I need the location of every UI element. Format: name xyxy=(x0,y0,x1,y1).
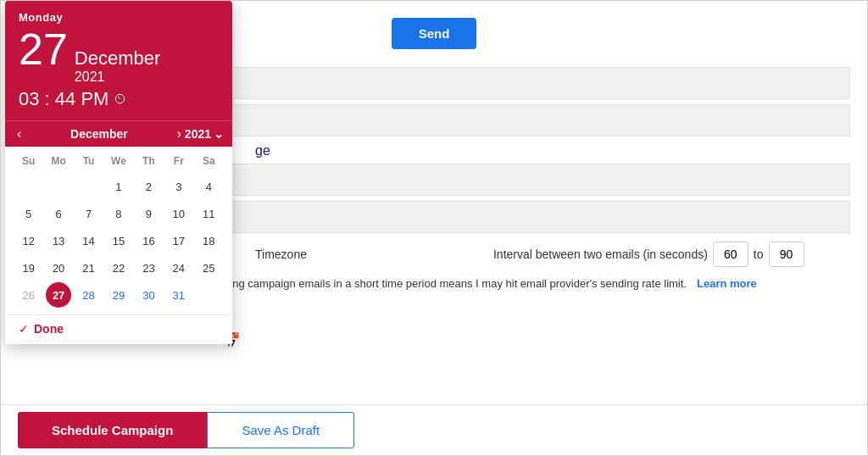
nav-month-label: December xyxy=(25,127,173,141)
interval-to-input[interactable] xyxy=(769,242,804,267)
done-check-icon: ✓ xyxy=(19,322,29,336)
day-29[interactable]: 29 xyxy=(106,282,131,308)
day-8[interactable]: 8 xyxy=(106,201,131,226)
calendar-day-name: Monday xyxy=(19,11,219,24)
day-27[interactable]: 27 xyxy=(46,282,71,308)
calendar-nav: ‹ December › 2021 ⌄ xyxy=(5,120,232,147)
save-draft-button[interactable]: Save As Draft xyxy=(207,412,354,448)
day-31[interactable]: 31 xyxy=(166,282,192,308)
clock-icon: ⏲ xyxy=(114,92,127,107)
calendar-month: December xyxy=(75,47,160,70)
day-13[interactable]: 13 xyxy=(46,228,71,253)
section-label: ge xyxy=(255,143,850,158)
day-10[interactable]: 10 xyxy=(166,201,192,226)
calendar-day-number: 27 xyxy=(19,27,68,71)
calendar-header: Monday 27 December 2021 03 : 44 PM ⏲ xyxy=(5,1,232,120)
schedule-campaign-button[interactable]: Schedule Campaign xyxy=(18,412,207,448)
calendar-days: 1 2 3 4 5 6 7 8 9 10 11 12 13 14 15 16 1… xyxy=(14,174,224,308)
nav-year-label: 2021 ⌄ xyxy=(185,127,224,141)
day-5[interactable]: 5 xyxy=(16,201,42,226)
interval-label: Interval between two emails (in seconds) xyxy=(493,247,708,261)
day-30[interactable]: 30 xyxy=(136,282,161,308)
calendar-time: 03 : 44 PM xyxy=(19,88,108,110)
calendar-done-row: ✓ Done xyxy=(5,314,232,344)
day-14[interactable]: 14 xyxy=(76,228,102,253)
day-24[interactable]: 24 xyxy=(166,255,192,281)
send-button[interactable]: Send xyxy=(392,18,477,49)
day-6[interactable]: 6 xyxy=(46,201,71,226)
calendar-weekdays: Su Mo Tu We Th Fr Sa xyxy=(14,153,224,169)
calendar-month-year: December 2021 xyxy=(75,47,160,85)
day-20[interactable]: 20 xyxy=(46,255,71,281)
day-18[interactable]: 18 xyxy=(196,228,221,253)
day-17[interactable]: 17 xyxy=(166,228,192,253)
calendar-grid: Su Mo Tu We Th Fr Sa 1 2 3 4 5 6 7 xyxy=(5,147,232,314)
learn-more-link[interactable]: Learn more xyxy=(697,277,757,290)
day-12[interactable]: 12 xyxy=(16,228,42,253)
bottom-buttons: Schedule Campaign Save As Draft xyxy=(1,404,867,455)
weekday-sa: Sa xyxy=(194,153,224,169)
calendar-time-row: 03 : 44 PM ⏲ xyxy=(19,88,219,110)
day-2[interactable]: 2 xyxy=(136,174,161,199)
day-19[interactable]: 19 xyxy=(16,255,42,281)
day-21[interactable]: 21 xyxy=(76,255,102,281)
day-1[interactable]: 1 xyxy=(106,174,131,199)
day-26[interactable]: 26 xyxy=(16,282,42,308)
day-7[interactable]: 7 xyxy=(76,201,102,226)
day-22[interactable]: 22 xyxy=(106,255,131,281)
day-3[interactable]: 3 xyxy=(166,174,192,199)
weekday-su: Su xyxy=(14,153,43,169)
day-15[interactable]: 15 xyxy=(106,228,131,253)
day-empty-1 xyxy=(16,174,42,199)
day-11[interactable]: 11 xyxy=(196,201,221,226)
prev-month-button[interactable]: ‹ xyxy=(14,126,25,142)
year-dropdown-icon[interactable]: ⌄ xyxy=(214,127,224,141)
timezone-label: Timezone xyxy=(255,247,307,261)
day-16[interactable]: 16 xyxy=(136,228,161,253)
weekday-we: We xyxy=(103,153,133,169)
weekday-th: Th xyxy=(134,153,164,169)
day-23[interactable]: 23 xyxy=(136,255,161,281)
interval-separator: to xyxy=(754,247,764,261)
weekday-fr: Fr xyxy=(164,153,193,169)
calendar-date-row: 27 December 2021 xyxy=(19,27,219,85)
day-25[interactable]: 25 xyxy=(196,255,221,281)
weekday-mo: Mo xyxy=(43,153,73,169)
interval-section: Interval between two emails (in seconds)… xyxy=(493,242,804,267)
page-wrapper: Send ge Timezone Interval between two em… xyxy=(0,0,868,456)
calendar-popup: Monday 27 December 2021 03 : 44 PM ⏲ ‹ D… xyxy=(5,1,232,344)
interval-from-input[interactable] xyxy=(713,242,748,267)
timezone-row: Timezone Interval between two emails (in… xyxy=(255,242,850,267)
day-empty-2 xyxy=(46,174,71,199)
weekday-tu: Tu xyxy=(74,153,103,169)
day-empty-3 xyxy=(76,174,102,199)
done-button[interactable]: Done xyxy=(34,322,64,336)
next-month-button[interactable]: › xyxy=(174,126,185,142)
day-4[interactable]: 4 xyxy=(196,174,221,199)
calendar-year: 2021 xyxy=(75,70,160,85)
day-28[interactable]: 28 xyxy=(76,282,102,308)
day-empty-end xyxy=(196,282,221,308)
day-9[interactable]: 9 xyxy=(136,201,161,226)
